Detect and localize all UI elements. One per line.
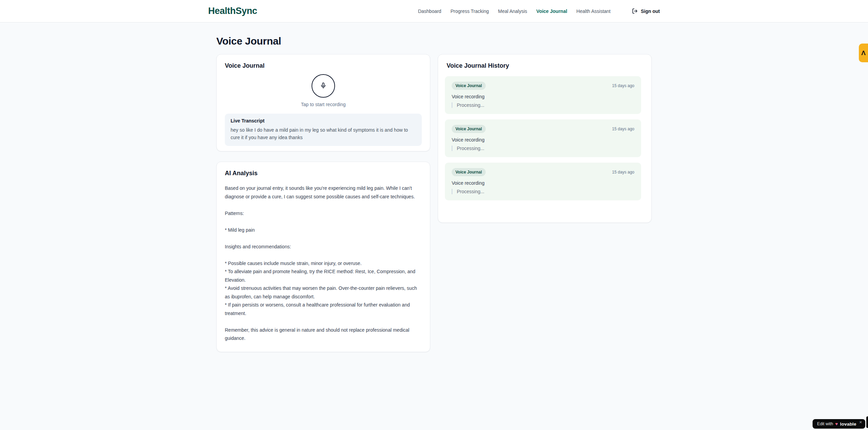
lovable-brand-label: lovable <box>840 421 856 427</box>
history-badge: Voice Journal <box>452 125 486 133</box>
ai-analysis-title: AI Analysis <box>225 170 422 177</box>
live-transcript-text: hey so like I do have a mild pain in my … <box>231 126 416 141</box>
content-grid: Voice Journal Tap to start rec <box>216 54 652 352</box>
side-panel-tab[interactable]: Λ <box>859 44 868 62</box>
anima-logo-icon: Λ <box>861 49 866 57</box>
left-column: Voice Journal Tap to start rec <box>216 54 430 352</box>
recorder-card-title: Voice Journal <box>225 62 422 69</box>
history-badge: Voice Journal <box>452 168 486 176</box>
page-title: Voice Journal <box>216 35 652 47</box>
history-card-title: Voice Journal History <box>447 62 641 69</box>
edit-with-lovable-badge[interactable]: Edit with ♥ lovable ✕ <box>813 419 865 429</box>
edit-with-label: Edit with <box>817 421 833 426</box>
mic-section: Tap to start recording <box>225 74 422 107</box>
nav-item-progress-tracking[interactable]: Progress Tracking <box>450 9 489 14</box>
history-card: Voice Journal History Voice Journal 15 d… <box>438 54 652 223</box>
nav-item-health-assistant[interactable]: Health Assistant <box>577 9 611 14</box>
history-item[interactable]: Voice Journal 15 days ago Voice recordin… <box>445 163 641 200</box>
app-header: HealthSync Dashboard Progress Tracking M… <box>0 0 868 22</box>
microphone-icon <box>320 82 327 90</box>
right-column: Voice Journal History Voice Journal 15 d… <box>438 54 652 223</box>
history-item[interactable]: Voice Journal 15 days ago Voice recordin… <box>445 119 641 157</box>
main-nav: Dashboard Progress Tracking Meal Analysi… <box>418 8 660 14</box>
tap-to-record-label: Tap to start recording <box>225 102 422 107</box>
nav-item-meal-analysis[interactable]: Meal Analysis <box>498 9 527 14</box>
nav-item-dashboard[interactable]: Dashboard <box>418 9 441 14</box>
history-status: Processing... <box>452 189 634 194</box>
history-badge: Voice Journal <box>452 82 486 90</box>
lovable-heart-icon: ♥ <box>835 421 838 426</box>
history-timestamp: 15 days ago <box>612 83 634 88</box>
live-transcript-box: Live Transcript hey so like I do have a … <box>225 114 422 146</box>
voice-recorder-card: Voice Journal Tap to start rec <box>216 54 430 151</box>
history-item[interactable]: Voice Journal 15 days ago Voice recordin… <box>445 76 641 114</box>
voice-journal-page: HealthSync Dashboard Progress Tracking M… <box>0 0 868 430</box>
header-container: HealthSync Dashboard Progress Tracking M… <box>208 0 660 22</box>
ai-analysis-body: Based on your journal entry, it sounds l… <box>225 184 422 343</box>
history-timestamp: 15 days ago <box>612 170 634 175</box>
history-status: Processing... <box>452 102 634 108</box>
history-list: Voice Journal 15 days ago Voice recordin… <box>445 76 641 200</box>
edge-widget-sliver <box>866 416 868 428</box>
record-button[interactable] <box>312 74 335 98</box>
history-description: Voice recording <box>452 94 634 99</box>
sign-out-button[interactable]: Sign out <box>632 8 660 14</box>
history-description: Voice recording <box>452 180 634 186</box>
close-icon[interactable]: ✕ <box>859 420 862 425</box>
sign-out-label: Sign out <box>641 9 660 14</box>
main-content: Voice Journal Voice Journal <box>216 0 652 352</box>
nav-item-voice-journal[interactable]: Voice Journal <box>536 9 567 14</box>
history-status: Processing... <box>452 146 634 151</box>
history-timestamp: 15 days ago <box>612 127 634 131</box>
history-description: Voice recording <box>452 137 634 143</box>
app-logo[interactable]: HealthSync <box>208 6 257 16</box>
logout-icon <box>632 8 638 14</box>
live-transcript-title: Live Transcript <box>231 118 416 123</box>
ai-analysis-card: AI Analysis Based on your journal entry,… <box>216 162 430 352</box>
